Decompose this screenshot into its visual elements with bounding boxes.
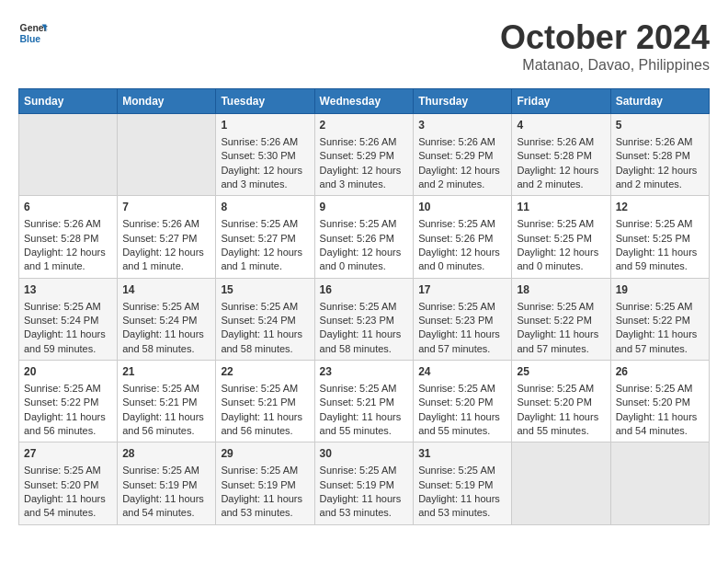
day-number: 6: [24, 200, 112, 215]
calendar-cell: 31Sunrise: 5:25 AMSunset: 5:19 PMDayligh…: [414, 442, 512, 524]
daylight-text: Daylight: 12 hours and 3 minutes.: [320, 164, 409, 192]
daylight-text: Daylight: 11 hours and 58 minutes.: [221, 327, 309, 356]
sunset-text: Sunset: 5:20 PM: [517, 396, 605, 409]
sunset-text: Sunset: 5:21 PM: [320, 396, 409, 409]
daylight-text: Daylight: 11 hours and 55 minutes.: [517, 410, 605, 439]
sunset-text: Sunset: 5:23 PM: [320, 314, 409, 327]
sunset-text: Sunset: 5:19 PM: [320, 478, 409, 492]
week-row-2: 6Sunrise: 5:26 AMSunset: 5:28 PMDaylight…: [19, 196, 710, 278]
calendar-cell: 29Sunrise: 5:25 AMSunset: 5:19 PMDayligh…: [216, 442, 314, 524]
calendar-cell: 19Sunrise: 5:25 AMSunset: 5:22 PMDayligh…: [610, 278, 709, 360]
daylight-text: Daylight: 11 hours and 56 minutes.: [24, 410, 112, 439]
day-number: 14: [122, 282, 210, 298]
calendar-cell: 5Sunrise: 5:26 AMSunset: 5:28 PMDaylight…: [610, 114, 709, 196]
sunrise-text: Sunrise: 5:25 AM: [221, 382, 309, 396]
day-number: 17: [418, 282, 506, 298]
sunrise-text: Sunrise: 5:25 AM: [122, 300, 210, 314]
calendar-cell: 23Sunrise: 5:25 AMSunset: 5:21 PMDayligh…: [314, 361, 414, 442]
calendar-cell: [512, 442, 610, 524]
sunrise-text: Sunrise: 5:26 AM: [24, 217, 112, 231]
sunset-text: Sunset: 5:21 PM: [122, 396, 210, 409]
sunset-text: Sunset: 5:22 PM: [616, 314, 704, 327]
calendar-cell: 8Sunrise: 5:25 AMSunset: 5:27 PMDaylight…: [216, 196, 314, 278]
calendar-cell: 9Sunrise: 5:25 AMSunset: 5:26 PMDaylight…: [314, 196, 414, 278]
sunset-text: Sunset: 5:26 PM: [320, 232, 409, 246]
sunrise-text: Sunrise: 5:25 AM: [517, 382, 605, 396]
sunset-text: Sunset: 5:22 PM: [517, 314, 605, 327]
sunrise-text: Sunrise: 5:25 AM: [320, 217, 409, 231]
sunset-text: Sunset: 5:30 PM: [221, 149, 309, 163]
day-header-tuesday: Tuesday: [216, 89, 314, 114]
sunrise-text: Sunrise: 5:25 AM: [320, 382, 409, 396]
sunrise-text: Sunrise: 5:25 AM: [616, 300, 704, 314]
calendar-cell: 15Sunrise: 5:25 AMSunset: 5:24 PMDayligh…: [216, 278, 314, 360]
sunset-text: Sunset: 5:20 PM: [616, 396, 704, 409]
calendar-cell: 3Sunrise: 5:26 AMSunset: 5:29 PMDaylight…: [414, 114, 512, 196]
calendar-cell: [19, 114, 118, 196]
calendar-cell: 30Sunrise: 5:25 AMSunset: 5:19 PMDayligh…: [314, 442, 414, 524]
logo: General Blue: [18, 18, 48, 48]
day-number: 31: [418, 446, 506, 462]
daylight-text: Daylight: 12 hours and 2 minutes.: [517, 164, 605, 192]
daylight-text: Daylight: 11 hours and 57 minutes.: [418, 327, 506, 356]
sunrise-text: Sunrise: 5:26 AM: [122, 217, 210, 231]
day-header-sunday: Sunday: [19, 89, 118, 114]
sunrise-text: Sunrise: 5:25 AM: [517, 300, 605, 314]
day-number: 29: [221, 446, 309, 462]
daylight-text: Daylight: 11 hours and 56 minutes.: [221, 410, 309, 439]
daylight-text: Daylight: 11 hours and 59 minutes.: [616, 246, 704, 274]
sunset-text: Sunset: 5:25 PM: [616, 232, 704, 246]
calendar-cell: 25Sunrise: 5:25 AMSunset: 5:20 PMDayligh…: [512, 361, 610, 442]
sunrise-text: Sunrise: 5:26 AM: [517, 135, 605, 149]
daylight-text: Daylight: 11 hours and 56 minutes.: [122, 410, 210, 439]
sunrise-text: Sunrise: 5:25 AM: [517, 217, 605, 231]
calendar-cell: 7Sunrise: 5:26 AMSunset: 5:27 PMDaylight…: [118, 196, 216, 278]
day-header-thursday: Thursday: [414, 89, 512, 114]
daylight-text: Daylight: 11 hours and 54 minutes.: [122, 492, 210, 521]
title-block: October 2024 Matanao, Davao, Philippines: [500, 18, 710, 74]
sunrise-text: Sunrise: 5:26 AM: [320, 135, 409, 149]
day-number: 10: [418, 200, 506, 215]
sunset-text: Sunset: 5:28 PM: [616, 149, 704, 163]
sunrise-text: Sunrise: 5:25 AM: [418, 300, 506, 314]
sunrise-text: Sunrise: 5:25 AM: [24, 382, 112, 396]
calendar-cell: 16Sunrise: 5:25 AMSunset: 5:23 PMDayligh…: [314, 278, 414, 360]
calendar-cell: 11Sunrise: 5:25 AMSunset: 5:25 PMDayligh…: [512, 196, 610, 278]
calendar-cell: 20Sunrise: 5:25 AMSunset: 5:22 PMDayligh…: [19, 361, 118, 442]
daylight-text: Daylight: 12 hours and 0 minutes.: [517, 246, 605, 274]
calendar-cell: [610, 442, 709, 524]
sunset-text: Sunset: 5:29 PM: [418, 149, 506, 163]
daylight-text: Daylight: 11 hours and 59 minutes.: [24, 327, 112, 356]
sunset-text: Sunset: 5:19 PM: [122, 478, 210, 492]
day-header-wednesday: Wednesday: [314, 89, 414, 114]
day-number: 15: [221, 282, 309, 298]
sunset-text: Sunset: 5:20 PM: [418, 396, 506, 409]
calendar-cell: 6Sunrise: 5:26 AMSunset: 5:28 PMDaylight…: [19, 196, 118, 278]
day-header-saturday: Saturday: [610, 89, 709, 114]
sunrise-text: Sunrise: 5:25 AM: [221, 464, 309, 477]
day-number: 22: [221, 364, 309, 380]
sunset-text: Sunset: 5:27 PM: [122, 232, 210, 246]
daylight-text: Daylight: 11 hours and 53 minutes.: [221, 492, 309, 521]
sunset-text: Sunset: 5:27 PM: [221, 232, 309, 246]
daylight-text: Daylight: 11 hours and 54 minutes.: [24, 492, 112, 521]
sunset-text: Sunset: 5:28 PM: [24, 232, 112, 246]
day-header-monday: Monday: [118, 89, 216, 114]
location: Matanao, Davao, Philippines: [500, 57, 710, 74]
sunrise-text: Sunrise: 5:25 AM: [418, 464, 506, 477]
sunrise-text: Sunrise: 5:26 AM: [221, 135, 309, 149]
sunrise-text: Sunrise: 5:25 AM: [24, 464, 112, 477]
day-number: 7: [122, 200, 210, 215]
sunrise-text: Sunrise: 5:25 AM: [122, 464, 210, 477]
day-number: 25: [517, 364, 605, 380]
day-number: 11: [517, 200, 605, 215]
calendar-cell: 12Sunrise: 5:25 AMSunset: 5:25 PMDayligh…: [610, 196, 709, 278]
daylight-text: Daylight: 12 hours and 2 minutes.: [418, 164, 506, 192]
day-number: 30: [320, 446, 409, 462]
sunset-text: Sunset: 5:23 PM: [418, 314, 506, 327]
daylight-text: Daylight: 11 hours and 55 minutes.: [320, 410, 409, 439]
sunset-text: Sunset: 5:29 PM: [320, 149, 409, 163]
day-number: 1: [221, 118, 309, 133]
sunset-text: Sunset: 5:19 PM: [418, 478, 506, 492]
calendar-cell: 1Sunrise: 5:26 AMSunset: 5:30 PMDaylight…: [216, 114, 314, 196]
